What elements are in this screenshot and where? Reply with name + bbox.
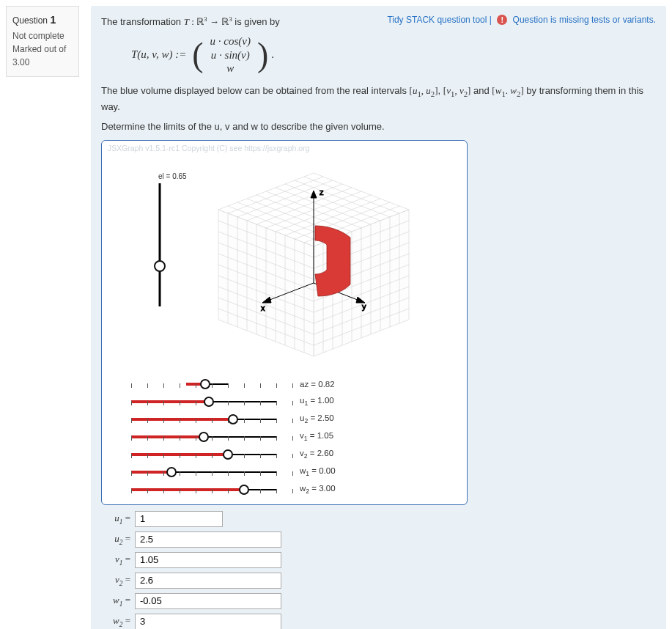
elevation-slider[interactable]: el = 0.65 (155, 172, 187, 306)
tidy-link[interactable]: Tidy STACK question tool (387, 15, 487, 25)
question-status: Not complete (12, 29, 73, 43)
input-row-u2: u2 = (101, 531, 656, 548)
input-row-w1: w1 = (101, 593, 656, 609)
slider-label-v1: v1 = 1.05 (300, 431, 333, 442)
jsxgraph-copyright: JSXGraph v1.5.1-rc1 Copyright (C) see ht… (102, 141, 467, 152)
prompt-para3: Determine the limits of the u, v and w t… (101, 119, 656, 134)
slider-handle-az[interactable] (200, 379, 210, 389)
warning-icon: ! (497, 15, 507, 25)
missing-tests-link[interactable]: Question is missing tests or variants. (513, 15, 656, 25)
jsxgraph-plot[interactable]: JSXGraph v1.5.1-rc1 Copyright (C) see ht… (101, 140, 468, 505)
slider-handle-u1[interactable] (204, 397, 214, 407)
slider-v2[interactable]: v2 = 2.60 (131, 446, 459, 463)
elevation-handle[interactable] (155, 261, 165, 271)
input-label-v2: v2 = (101, 574, 130, 587)
input-u1[interactable] (135, 511, 223, 527)
input-row-w2: w2 = (101, 614, 656, 629)
slider-az[interactable]: az = 0.82 (131, 375, 459, 393)
input-w1[interactable] (135, 593, 281, 609)
slider-label-v2: v2 = 2.60 (300, 449, 333, 460)
slider-panel: az = 0.82u1 = 1.00u2 = 2.50v1 = 1.05v2 =… (102, 372, 467, 499)
slider-label-u2: u2 = 2.50 (300, 413, 334, 424)
elevation-value: el = 0.65 (158, 172, 187, 180)
slider-handle-v1[interactable] (199, 432, 209, 442)
question-number: 1 (50, 14, 56, 26)
question-marked: Marked out of (12, 43, 73, 56)
input-w2[interactable] (135, 614, 281, 629)
svg-text:z: z (320, 188, 324, 196)
input-label-u1: u1 = (101, 512, 130, 526)
slider-label-u1: u1 = 1.00 (300, 396, 334, 407)
answer-inputs: u1 =u2 =v1 =v2 =w1 =w2 = (101, 511, 656, 629)
slider-w1[interactable]: w1 = 0.00 (131, 463, 459, 481)
question-marks: 3.00 (12, 56, 73, 69)
question-info-panel: Question 1 Not complete Marked out of 3.… (6, 6, 79, 77)
tool-links: Tidy STACK question tool | ! Question is… (387, 15, 656, 25)
input-v2[interactable] (135, 573, 281, 589)
input-label-u2: u2 = (101, 533, 130, 546)
input-label-v1: v1 = (101, 553, 130, 567)
svg-text:x: x (261, 304, 265, 312)
slider-handle-w2[interactable] (239, 485, 249, 495)
prompt-intro: The transformation T : ℝ3 → ℝ3 is given … (101, 15, 378, 29)
svg-text:y: y (362, 302, 366, 311)
plot-3d-svg[interactable]: el = 0.65 (116, 152, 453, 372)
slider-u2[interactable]: u2 = 2.50 (131, 411, 459, 428)
input-label-w2: w2 = (101, 615, 130, 628)
slider-label-w2: w2 = 3.00 (300, 484, 336, 495)
slider-handle-v2[interactable] (223, 449, 233, 460)
question-content: The transformation T : ℝ3 → ℝ3 is given … (91, 6, 666, 629)
input-v1[interactable] (135, 552, 281, 568)
input-row-u1: u1 = (101, 511, 656, 527)
input-u2[interactable] (135, 531, 281, 548)
prompt-para2: The blue volume displayed below can be o… (101, 84, 656, 114)
slider-label-w1: w1 = 0.00 (300, 466, 336, 477)
formula: T(u, v, w) := ( u · cos(v) u · sin(v) w … (130, 34, 656, 76)
slider-label-az: az = 0.82 (300, 380, 335, 389)
slider-w2[interactable]: w2 = 3.00 (131, 481, 459, 499)
slider-handle-u2[interactable] (228, 414, 238, 424)
input-row-v1: v1 = (101, 552, 656, 568)
input-label-w1: w1 = (101, 595, 130, 608)
slider-v1[interactable]: v1 = 1.05 (131, 428, 459, 446)
slider-handle-w1[interactable] (166, 467, 177, 477)
input-row-v2: v2 = (101, 573, 656, 589)
question-label: Question 1 (12, 12, 73, 28)
slider-u1[interactable]: u1 = 1.00 (131, 393, 459, 411)
